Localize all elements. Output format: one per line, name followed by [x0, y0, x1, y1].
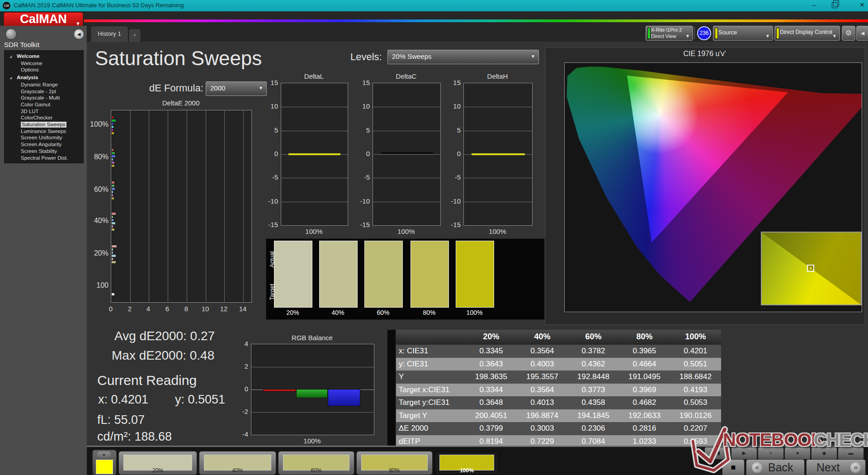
sidebar-item-luminance-sweeps[interactable]: Luminance Sweeps	[21, 128, 66, 134]
table-cell: 0.3345	[466, 347, 517, 356]
de2000-x-tick: 0	[105, 305, 116, 313]
de2000-bar	[111, 257, 113, 261]
display-control-dropdown[interactable]: Direct Display Control ▼	[774, 26, 840, 41]
table-cell: 0.3643	[466, 360, 517, 369]
next-button[interactable]: Next»	[806, 459, 866, 475]
window-title: CalMAN 2019 CalMAN Ultimate for Business…	[14, 2, 184, 9]
table-row: Y198.3635195.3557192.8448191.0495188.684…	[396, 370, 721, 384]
sidebar-item-dynamic-range[interactable]: Dynamic Range	[21, 82, 58, 88]
sidebar-item-3d-lut[interactable]: 3D LUT	[21, 109, 39, 114]
gridline	[187, 110, 187, 302]
expander-icon[interactable]: ◢	[9, 55, 12, 58]
table-cell: 0.3965	[619, 347, 670, 356]
sidebar-item-grayscale-multi[interactable]: Grayscale - Multi	[21, 95, 60, 101]
table-row-label: Target x:CIE31	[399, 385, 449, 394]
gridline	[251, 412, 374, 413]
back-button[interactable]: «Back	[746, 459, 805, 475]
gridline	[251, 390, 374, 390]
sidebar-item-spectral-power-dist-[interactable]: Spectral Power Dist.	[21, 155, 68, 161]
sidebar-item-grayscale-2pt[interactable]: Grayscale - 2pt	[21, 89, 56, 95]
source-dropdown[interactable]: Source ▼	[713, 26, 773, 41]
table-cell: 0.3648	[466, 398, 517, 407]
sidebar-item-screen-stability[interactable]: Screen Stability	[21, 148, 57, 154]
saturation-button-60%[interactable]: 60%	[278, 451, 354, 475]
chevron-down-icon: ▼	[531, 54, 535, 59]
transport-button-2[interactable]: ▪	[758, 447, 784, 460]
rgb-y-tick: 4	[236, 340, 248, 347]
table-cell: 192.0633	[619, 411, 670, 420]
table-row: y: CIE310.36430.40030.43620.46640.5051	[396, 358, 721, 371]
sidebar-item-screen-angularity[interactable]: Screen Angularity	[21, 142, 61, 147]
back-icon: «	[752, 462, 762, 473]
deltaL-x-label: 100%	[281, 228, 347, 235]
swatch-label: 60%	[360, 309, 406, 316]
formula-dropdown[interactable]: 2000 ▼	[206, 81, 267, 96]
reading-fl: fL: 55.07	[97, 413, 145, 427]
calman-logo-menu[interactable]: CalMAN ▼	[4, 12, 83, 27]
patch-up-button[interactable]: ▲	[97, 451, 111, 458]
de2000-bar	[111, 254, 116, 257]
chevron-down-icon: ▼	[765, 33, 770, 38]
table-header-row: 20%40%60%80%100%	[396, 330, 721, 345]
gridline	[373, 131, 440, 131]
meter-dropdown[interactable]: X-Rite i1Pro 2 Direct View ▼	[646, 26, 693, 41]
table-cell: 0.4003	[517, 360, 568, 369]
sidebar-item-options[interactable]: Options	[21, 67, 39, 73]
tree-group-welcome[interactable]: ◢Welcome	[5, 53, 83, 60]
saturation-button-40%[interactable]: 40%	[199, 451, 276, 475]
transport-button-3[interactable]: ●	[784, 447, 811, 460]
sidebar-item-color-gamut[interactable]: Color Gamut	[21, 102, 50, 108]
stop-button[interactable]: ■	[722, 459, 745, 475]
swatch-60%	[364, 241, 403, 308]
current-patch-panel: ▲	[92, 450, 117, 475]
add-tab-button[interactable]: +	[128, 28, 141, 42]
deltaC-y-tick: 0	[354, 150, 370, 157]
de2000-bar	[111, 261, 116, 264]
transport-button-1[interactable]: ▶	[731, 447, 757, 460]
close-button[interactable]: ×	[856, 0, 868, 10]
gridline	[464, 178, 532, 178]
de2000-bar	[111, 293, 115, 296]
saturation-button-20%[interactable]: 20%	[118, 451, 197, 475]
de2000-bar	[111, 122, 113, 125]
expander-icon[interactable]: ◢	[9, 76, 12, 80]
gear-icon[interactable]: ⚙	[842, 26, 855, 41]
levels-dropdown[interactable]: 20% Sweeps ▼	[387, 50, 539, 64]
restore-button[interactable]	[832, 2, 838, 8]
gridline	[281, 154, 348, 155]
collapse-panel-icon[interactable]: ◀	[856, 26, 868, 41]
saturation-button-100%[interactable]: 100%	[434, 451, 499, 475]
sidebar-item-saturation-sweeps[interactable]: Saturation Sweeps	[21, 122, 66, 128]
tree-group-analysis[interactable]: ◢Analysis	[5, 75, 83, 81]
calman-window: CM CalMAN 2019 CalMAN Ultimate for Busin…	[0, 0, 868, 475]
tree-group-label: Welcome	[17, 53, 39, 59]
de2000-bar	[111, 212, 116, 215]
sidebar-item-colorchecker[interactable]: ColorChecker	[21, 115, 52, 121]
tab-history-1[interactable]: History 1	[90, 26, 128, 42]
saturation-button-80%[interactable]: 80%	[356, 451, 433, 475]
transport-button-5[interactable]: ▬	[838, 447, 864, 460]
deltaC-y-tick: 10	[354, 102, 370, 110]
sidebar-collapse-icon[interactable]: ◀	[74, 29, 84, 39]
table-cell: 195.3557	[517, 372, 568, 381]
table-row-label: Y	[399, 372, 404, 381]
deltaC-y-tick: 5	[354, 126, 370, 134]
reading-x: x: 0.4201	[98, 393, 148, 407]
transport-button-4[interactable]: ◆	[811, 447, 837, 460]
sidebar-item-screen-uniformity[interactable]: Screen Uniformity	[21, 135, 62, 141]
deltaC-x-label: 100%	[373, 228, 440, 235]
de2000-bar	[111, 251, 113, 254]
table-cell: 192.8448	[568, 372, 619, 381]
sidebar-item-welcome[interactable]: Welcome	[21, 61, 42, 66]
minimize-button[interactable]: –	[808, 1, 820, 10]
saturation-button-label: 40%	[199, 467, 276, 474]
de2000-x-tick: 14	[237, 305, 248, 313]
sidebar-menu-button[interactable]	[5, 28, 17, 40]
transport-button-0[interactable]: ▮▮	[704, 447, 731, 460]
next-label: Next	[816, 461, 840, 474]
gridline	[251, 367, 374, 367]
table-row-label: y: CIE31	[399, 360, 428, 369]
meter-count-badge[interactable]: 236	[697, 26, 711, 40]
table-cell: 0.3782	[568, 347, 619, 356]
formula-value: 2000	[210, 84, 225, 92]
